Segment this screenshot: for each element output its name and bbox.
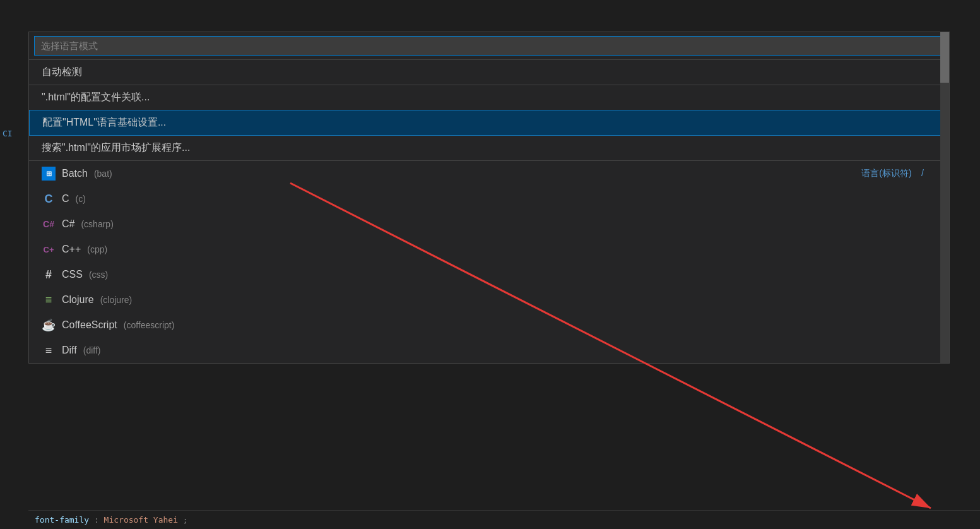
list-item[interactable]: 搜索".html"的应用市场扩展程序... bbox=[29, 136, 949, 161]
column-header-label: 语言(标识符) / bbox=[861, 168, 924, 179]
item-label-html-config: ".html"的配置文件关联... bbox=[42, 91, 150, 104]
list-item[interactable]: 自动检测 bbox=[29, 60, 949, 85]
coffeescript-icon: ☕ bbox=[42, 318, 56, 332]
item-label-batch: Batch bbox=[62, 168, 88, 179]
dropdown-items-list: 自动检测 ".html"的配置文件关联... 配置"HTML"语言基础设置...… bbox=[29, 60, 949, 363]
list-item[interactable]: ≡ Clojure (clojure) bbox=[29, 287, 949, 312]
item-sublabel-batch: (bat) bbox=[94, 169, 112, 179]
list-item[interactable]: C+ C++ (cpp) bbox=[29, 237, 949, 262]
item-label-c: C bbox=[62, 193, 69, 205]
editor-gutter: CI bbox=[0, 0, 25, 529]
item-sublabel-diff: (diff) bbox=[83, 345, 101, 355]
item-label-csharp: C# bbox=[62, 218, 74, 230]
bottom-code-text: font-family : Microsoft Yahei ; bbox=[35, 515, 188, 525]
list-item-html-lang-basic[interactable]: 配置"HTML"语言基础设置... bbox=[29, 110, 949, 136]
c-icon: C bbox=[42, 192, 56, 206]
item-sublabel-clojure: (clojure) bbox=[100, 295, 133, 305]
list-item[interactable]: ☕ CoffeeScript (coffeescript) bbox=[29, 312, 949, 338]
list-item[interactable]: C# C# (csharp) bbox=[29, 211, 949, 237]
item-label-auto-detect: 自动检测 bbox=[42, 66, 82, 79]
item-sublabel-coffeescript: (coffeescript) bbox=[124, 320, 175, 330]
batch-icon: ⊞ bbox=[42, 167, 56, 181]
item-label-clojure: Clojure bbox=[62, 294, 94, 306]
item-sublabel-css: (css) bbox=[89, 270, 108, 280]
item-label-cpp: C++ bbox=[62, 244, 81, 255]
list-item[interactable]: ".html"的配置文件关联... bbox=[29, 85, 949, 110]
scrollbar-thumb[interactable] bbox=[940, 32, 949, 83]
search-input-container bbox=[29, 32, 949, 60]
item-label-html-marketplace: 搜索".html"的应用市场扩展程序... bbox=[42, 141, 190, 155]
item-label-coffeescript: CoffeeScript bbox=[62, 319, 117, 331]
css-icon: # bbox=[42, 268, 56, 282]
item-sublabel-csharp: (csharp) bbox=[81, 219, 113, 229]
clojure-icon: ≡ bbox=[42, 293, 56, 307]
item-sublabel-cpp: (cpp) bbox=[87, 244, 107, 254]
gutter-line-ci: CI bbox=[0, 126, 25, 141]
list-item[interactable]: ⊞ Batch (bat) 语言(标识符) / bbox=[29, 161, 949, 186]
scrollbar[interactable] bbox=[940, 32, 949, 363]
item-sublabel-c: (c) bbox=[76, 194, 86, 204]
list-item[interactable]: C C (c) bbox=[29, 186, 949, 211]
item-label-diff: Diff bbox=[62, 345, 77, 356]
item-label-css: CSS bbox=[62, 269, 83, 280]
bottom-code-line: font-family : Microsoft Yahei ; bbox=[28, 510, 980, 529]
list-item[interactable]: # CSS (css) bbox=[29, 262, 949, 287]
diff-icon: ≡ bbox=[42, 343, 56, 357]
language-search-input[interactable] bbox=[34, 36, 944, 56]
cpp-icon: C+ bbox=[42, 242, 56, 256]
csharp-icon: C# bbox=[42, 217, 56, 231]
language-mode-dropdown: 自动检测 ".html"的配置文件关联... 配置"HTML"语言基础设置...… bbox=[28, 32, 950, 364]
item-label-html-lang-basic: 配置"HTML"语言基础设置... bbox=[42, 116, 166, 129]
list-item[interactable]: ≡ Diff (diff) bbox=[29, 338, 949, 363]
